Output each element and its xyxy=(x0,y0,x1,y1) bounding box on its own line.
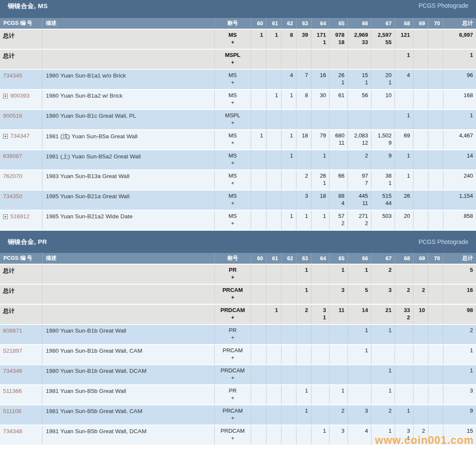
grade-plus-count xyxy=(266,274,278,281)
grade-plus-count xyxy=(296,434,308,442)
grade-count-cell xyxy=(311,365,329,384)
pcgs-number-link[interactable]: 762070 xyxy=(3,173,22,179)
pcgs-number-link[interactable]: 734346 xyxy=(3,368,22,374)
grade-plus-count xyxy=(281,199,293,207)
grade-count: 2 xyxy=(329,407,344,414)
grade-plus-count xyxy=(311,274,326,281)
grade-count: 33 xyxy=(395,306,410,314)
grade-count-cell xyxy=(251,405,266,425)
row-total-value: 168 xyxy=(443,92,473,99)
designation-plus-label: + xyxy=(215,414,251,422)
grade-count: 2 xyxy=(296,306,308,314)
grade-count-cell: 1711 xyxy=(311,30,329,49)
grade-count: 3 xyxy=(395,427,410,434)
grade-count-cell xyxy=(395,385,413,404)
pcgs-number-link[interactable]: 511108 xyxy=(3,408,21,414)
grade-count xyxy=(428,31,440,39)
grade-count-cell: 56 xyxy=(347,90,371,109)
row-total-cell: 858 xyxy=(443,211,476,230)
row-total-cell: 16 xyxy=(443,285,476,304)
grade-count xyxy=(266,152,278,159)
grade-count-cell: 121 xyxy=(395,30,413,49)
grade-plus-count xyxy=(281,434,293,442)
grade-count-cell: 2 xyxy=(395,285,413,304)
designation-cell: MS+ xyxy=(214,30,251,49)
grade-plus-count xyxy=(428,139,440,146)
row-total-cell: 9 xyxy=(443,405,476,425)
expand-icon[interactable]: + xyxy=(3,214,8,219)
designation-plus-label: + xyxy=(215,434,251,442)
grade-count-cell: 1 xyxy=(395,405,413,425)
description-cell: 1980 Yuan Sun-B1b Great Wall, CAM xyxy=(42,345,214,364)
grade-count xyxy=(428,92,440,99)
grade-plus-count xyxy=(311,414,326,422)
grade-count xyxy=(281,112,293,119)
pcgs-number-link[interactable]: 516912 xyxy=(10,213,30,220)
grade-count xyxy=(251,192,263,199)
expand-icon[interactable]: + xyxy=(3,134,8,139)
column-header-cell: 66 xyxy=(347,253,371,264)
grade-plus-count xyxy=(395,119,410,126)
grade-count-cell: 79 xyxy=(311,130,329,149)
pcgs-number-link[interactable]: 521897 xyxy=(3,348,22,354)
pcgs-number-link[interactable]: 734350 xyxy=(3,193,22,199)
designation-plus-label: + xyxy=(215,59,251,66)
grade-plus-count xyxy=(251,294,263,301)
pcgs-number-link[interactable]: 511366 xyxy=(3,388,22,394)
grade-count-cell: 1 xyxy=(296,211,311,230)
grade-count xyxy=(251,152,263,159)
pcgs-number-link[interactable]: 900516 xyxy=(3,113,22,119)
grade-count-cell xyxy=(251,190,266,210)
grade-count-cell xyxy=(428,305,443,324)
grade-count-cell xyxy=(281,265,296,284)
pcgs-number-link[interactable]: 734347 xyxy=(10,133,30,139)
grade-count xyxy=(413,152,425,159)
grade-count: 1 xyxy=(371,387,392,394)
row-total-value: 14 xyxy=(443,152,473,159)
grade-count xyxy=(251,407,263,414)
pcgs-number-link[interactable]: 734345 xyxy=(3,72,22,79)
grade-count xyxy=(329,367,344,374)
grade-count xyxy=(413,112,425,119)
grade-count: 1 xyxy=(395,51,410,59)
grade-count-cell xyxy=(281,190,296,210)
row-total-cell: 2 xyxy=(443,325,476,344)
grade-plus-count: 11 xyxy=(348,199,368,207)
grade-plus-count xyxy=(281,374,293,381)
grade-count xyxy=(251,367,263,374)
grade-count-cell xyxy=(281,385,296,404)
designation-plus-label: + xyxy=(215,274,251,281)
grade-count: 38 xyxy=(371,172,392,179)
population-section: 铜镍合金, MSPCGS PhotogradePCGS 编 号描述称号60616… xyxy=(0,0,476,230)
grade-count-cell: 1 xyxy=(395,50,413,69)
designation-value: PR xyxy=(215,266,251,274)
pcgs-number-link[interactable]: 608671 xyxy=(3,327,22,334)
grade-count xyxy=(296,152,308,159)
grade-plus-count xyxy=(395,354,410,361)
pcgs-number-link[interactable]: 900393 xyxy=(10,92,30,99)
total-row-label: 总计 xyxy=(3,52,15,60)
pcgs-number-link[interactable]: 638087 xyxy=(3,153,22,159)
grade-plus-count xyxy=(329,99,344,106)
pcgs-number-cell: 521897 xyxy=(0,345,42,364)
designation-cell: PRCAM+ xyxy=(214,405,251,425)
pcgs-number-link[interactable]: 734348 xyxy=(3,428,22,434)
photograde-link[interactable]: PCGS Photograde xyxy=(419,238,468,245)
grade-plus-count xyxy=(296,220,308,227)
column-header-cell: PCGS 编 号 xyxy=(0,253,42,264)
grade-plus-count: 1 xyxy=(311,314,326,321)
expand-icon[interactable]: + xyxy=(3,94,8,98)
grade-plus-count xyxy=(266,220,278,227)
grade-plus-count xyxy=(371,334,392,341)
grade-count xyxy=(266,212,278,220)
grade-plus-count xyxy=(413,179,425,187)
grade-count-cell: 1 xyxy=(251,30,266,49)
grade-count-cell: 2 xyxy=(347,150,371,169)
photograde-link[interactable]: PCGS Photograde xyxy=(419,2,468,9)
grade-count-cell xyxy=(395,365,413,384)
grade-plus-count xyxy=(348,394,368,401)
grade-count-cell xyxy=(428,50,443,69)
grade-count xyxy=(428,407,440,414)
description-cell: 1981 (上) Yuan Sun-B5a2 Great Wall xyxy=(42,150,214,169)
grade-count-cell xyxy=(428,70,443,89)
